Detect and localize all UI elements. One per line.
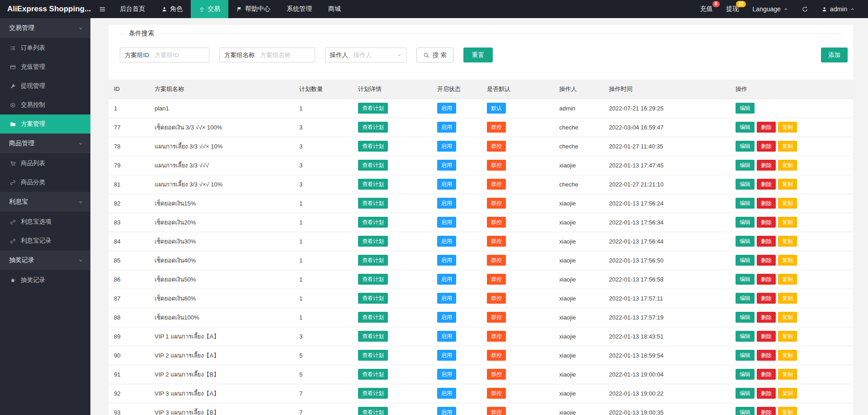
delete-button[interactable]: 删除 bbox=[757, 255, 776, 266]
delete-button[interactable]: 删除 bbox=[757, 407, 776, 415]
sidebar-item-withdraw-manage[interactable]: 提现管理 bbox=[0, 76, 90, 95]
user-menu[interactable]: admin bbox=[815, 0, 862, 18]
delete-button[interactable]: 删除 bbox=[757, 141, 776, 152]
delete-button[interactable]: 删除 bbox=[757, 160, 776, 171]
delete-button[interactable]: 删除 bbox=[757, 312, 776, 323]
view-plan-button[interactable]: 查看计划 bbox=[358, 293, 388, 304]
status-enabled-button[interactable]: 启用 bbox=[437, 236, 456, 247]
copy-button[interactable]: 复制 bbox=[778, 388, 797, 399]
status-enabled-button[interactable]: 启用 bbox=[437, 122, 456, 133]
copy-button[interactable]: 复制 bbox=[778, 141, 797, 152]
nav-item-help[interactable]: 帮助中心 bbox=[228, 0, 278, 18]
group-control-badge[interactable]: 群控 bbox=[487, 198, 506, 209]
sidebar-item-order-list[interactable]: 订单列表 bbox=[0, 38, 90, 57]
copy-button[interactable]: 复制 bbox=[778, 274, 797, 285]
group-control-badge[interactable]: 群控 bbox=[487, 274, 506, 285]
view-plan-button[interactable]: 查看计划 bbox=[358, 198, 388, 209]
status-enabled-button[interactable]: 启用 bbox=[437, 141, 456, 152]
group-control-badge[interactable]: 群控 bbox=[487, 293, 506, 304]
view-plan-button[interactable]: 查看计划 bbox=[358, 274, 388, 285]
edit-button[interactable]: 编辑 bbox=[736, 388, 755, 399]
copy-button[interactable]: 复制 bbox=[778, 217, 797, 228]
withdraw-link[interactable]: 提现 22 bbox=[720, 0, 746, 18]
delete-button[interactable]: 删除 bbox=[757, 217, 776, 228]
status-enabled-button[interactable]: 启用 bbox=[437, 198, 456, 209]
group-control-badge[interactable]: 群控 bbox=[487, 217, 506, 228]
reset-button[interactable]: 重置 bbox=[463, 48, 493, 62]
copy-button[interactable]: 复制 bbox=[778, 255, 797, 266]
edit-button[interactable]: 编辑 bbox=[736, 198, 755, 209]
view-plan-button[interactable]: 查看计划 bbox=[358, 369, 388, 380]
view-plan-button[interactable]: 查看计划 bbox=[358, 388, 388, 399]
copy-button[interactable]: 复制 bbox=[778, 236, 797, 247]
nav-item-trade[interactable]: 交易 bbox=[191, 0, 228, 18]
view-plan-button[interactable]: 查看计划 bbox=[358, 255, 388, 266]
delete-button[interactable]: 删除 bbox=[757, 369, 776, 380]
group-control-badge[interactable]: 群控 bbox=[487, 179, 506, 190]
sidebar-item-goods-category[interactable]: 商品分类 bbox=[0, 173, 90, 192]
status-enabled-button[interactable]: 启用 bbox=[437, 312, 456, 323]
view-plan-button[interactable]: 查看计划 bbox=[358, 103, 388, 114]
nav-item-system[interactable]: 系统管理 bbox=[278, 0, 320, 18]
view-plan-button[interactable]: 查看计划 bbox=[358, 122, 388, 133]
sidebar-item-goods-list[interactable]: 商品列表 bbox=[0, 154, 90, 173]
delete-button[interactable]: 删除 bbox=[757, 236, 776, 247]
plan-group-name-input[interactable] bbox=[257, 48, 315, 62]
edit-button[interactable]: 编辑 bbox=[736, 103, 755, 114]
delete-button[interactable]: 删除 bbox=[757, 274, 776, 285]
view-plan-button[interactable]: 查看计划 bbox=[358, 312, 388, 323]
nav-item-roles[interactable]: 角色 bbox=[153, 0, 191, 18]
menu-toggle-icon[interactable] bbox=[93, 0, 112, 18]
recharge-link[interactable]: 充值 0 bbox=[693, 0, 720, 18]
view-plan-button[interactable]: 查看计划 bbox=[358, 217, 388, 228]
delete-button[interactable]: 删除 bbox=[757, 293, 776, 304]
edit-button[interactable]: 编辑 bbox=[736, 179, 755, 190]
edit-button[interactable]: 编辑 bbox=[736, 217, 755, 228]
copy-button[interactable]: 复制 bbox=[778, 407, 797, 415]
search-button[interactable]: 搜 索 bbox=[416, 48, 453, 62]
operator-select[interactable]: 操作人 操作人 bbox=[325, 48, 407, 62]
default-badge[interactable]: 默认 bbox=[487, 103, 506, 114]
edit-button[interactable]: 编辑 bbox=[736, 255, 755, 266]
copy-button[interactable]: 复制 bbox=[778, 369, 797, 380]
status-enabled-button[interactable]: 启用 bbox=[437, 179, 456, 190]
view-plan-button[interactable]: 查看计划 bbox=[358, 236, 388, 247]
edit-button[interactable]: 编辑 bbox=[736, 122, 755, 133]
delete-button[interactable]: 删除 bbox=[757, 122, 776, 133]
delete-button[interactable]: 删除 bbox=[757, 388, 776, 399]
group-control-badge[interactable]: 群控 bbox=[487, 350, 506, 361]
group-control-badge[interactable]: 群控 bbox=[487, 236, 506, 247]
copy-button[interactable]: 复制 bbox=[778, 312, 797, 323]
sidebar-group-lottery[interactable]: 抽奖记录 bbox=[0, 250, 90, 271]
group-control-badge[interactable]: 群控 bbox=[487, 407, 506, 415]
edit-button[interactable]: 编辑 bbox=[736, 369, 755, 380]
group-control-badge[interactable]: 群控 bbox=[487, 141, 506, 152]
status-enabled-button[interactable]: 启用 bbox=[437, 255, 456, 266]
copy-button[interactable]: 复制 bbox=[778, 122, 797, 133]
group-control-badge[interactable]: 群控 bbox=[487, 369, 506, 380]
status-enabled-button[interactable]: 启用 bbox=[437, 350, 456, 361]
delete-button[interactable]: 删除 bbox=[757, 179, 776, 190]
view-plan-button[interactable]: 查看计划 bbox=[358, 407, 388, 415]
group-control-badge[interactable]: 群控 bbox=[487, 312, 506, 323]
edit-button[interactable]: 编辑 bbox=[736, 293, 755, 304]
refresh-button[interactable] bbox=[795, 0, 815, 18]
status-enabled-button[interactable]: 启用 bbox=[437, 103, 456, 114]
edit-button[interactable]: 编辑 bbox=[736, 331, 755, 342]
view-plan-button[interactable]: 查看计划 bbox=[358, 179, 388, 190]
status-enabled-button[interactable]: 启用 bbox=[437, 331, 456, 342]
status-enabled-button[interactable]: 启用 bbox=[437, 160, 456, 171]
delete-button[interactable]: 删除 bbox=[757, 350, 776, 361]
edit-button[interactable]: 编辑 bbox=[736, 274, 755, 285]
view-plan-button[interactable]: 查看计划 bbox=[358, 331, 388, 342]
copy-button[interactable]: 复制 bbox=[778, 198, 797, 209]
sidebar-group-lixibao[interactable]: 利息宝 bbox=[0, 192, 90, 212]
edit-button[interactable]: 编辑 bbox=[736, 160, 755, 171]
plan-group-id-input[interactable] bbox=[151, 48, 209, 62]
copy-button[interactable]: 复制 bbox=[778, 293, 797, 304]
add-button[interactable]: 添加 bbox=[821, 48, 848, 62]
group-control-badge[interactable]: 群控 bbox=[487, 122, 506, 133]
status-enabled-button[interactable]: 启用 bbox=[437, 217, 456, 228]
view-plan-button[interactable]: 查看计划 bbox=[358, 350, 388, 361]
edit-button[interactable]: 编辑 bbox=[736, 350, 755, 361]
